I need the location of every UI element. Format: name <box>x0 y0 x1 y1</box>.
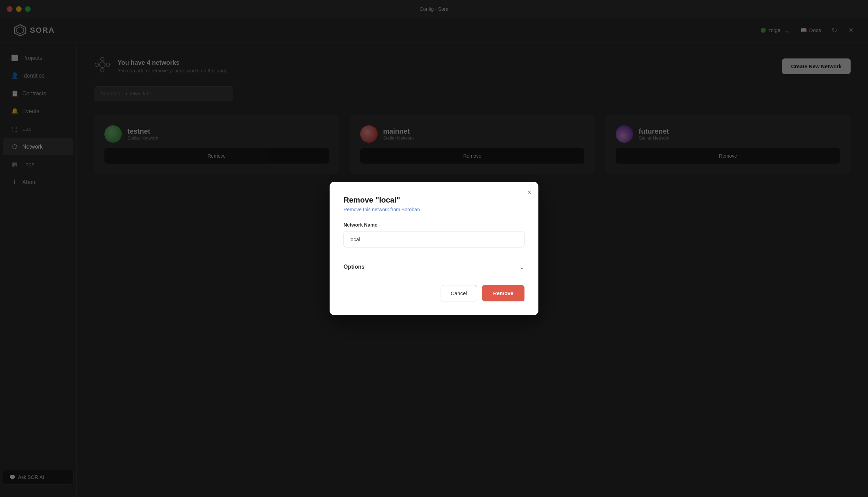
modal-subtitle: Remove this network from Soroban <box>344 207 524 212</box>
cancel-button[interactable]: Cancel <box>441 285 477 301</box>
modal-close-button[interactable]: × <box>527 189 531 196</box>
network-name-input[interactable] <box>344 231 524 247</box>
options-label: Options <box>344 264 364 270</box>
modal-overlay[interactable]: × Remove "local" Remove this network fro… <box>0 0 868 497</box>
remove-network-modal: × Remove "local" Remove this network fro… <box>330 182 538 315</box>
modal-options-section: Options ⌄ <box>344 256 524 271</box>
modal-title: Remove "local" <box>344 196 524 205</box>
modal-divider <box>344 278 524 278</box>
modal-actions: Cancel Remove <box>344 285 524 301</box>
network-name-label: Network Name <box>344 222 524 228</box>
options-chevron-icon[interactable]: ⌄ <box>519 263 524 271</box>
remove-confirm-button[interactable]: Remove <box>482 285 524 301</box>
